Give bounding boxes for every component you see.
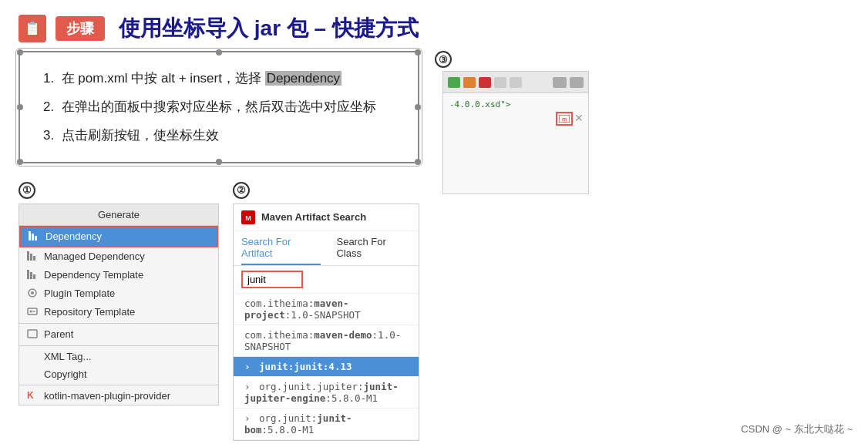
plugin-icon: [27, 288, 39, 300]
menu-item-kotlin[interactable]: K kotlin-maven-plugin-provider: [19, 387, 218, 405]
svg-point-12: [30, 310, 32, 312]
menu-label-copyright: Copyright: [44, 368, 87, 380]
maven-search-input[interactable]: [241, 271, 303, 288]
menu-item-parent[interactable]: Parent: [19, 325, 218, 344]
separator-2: [19, 345, 218, 346]
svg-rect-1: [32, 234, 34, 240]
step-2: 2. 在弹出的面板中搜索对应坐标，然后双击选中对应坐标: [43, 96, 395, 117]
toolbar-btn-2: [510, 77, 522, 88]
steps-box: 1. 在 pom.xml 中按 alt + insert，选择 Dependen…: [19, 51, 419, 163]
menu-item-plugin-template[interactable]: Plugin Template: [19, 284, 218, 303]
screenshot-box: -4.0.0.xsd"> m ✕: [442, 71, 589, 194]
menu-item-dependency-template[interactable]: Dependency Template: [19, 266, 218, 284]
right-panel: ③ -4.0.0.xsd"> m ✕: [435, 51, 589, 433]
kotlin-icon: K: [27, 390, 39, 401]
result-item-2[interactable]: com.itheima:maven-demo:1.0-SNAPSHOT: [234, 325, 419, 357]
separator-1: [19, 323, 218, 324]
maven-panel: M Maven Artifact Search Search For Artif…: [233, 204, 419, 441]
circle-3: ③: [435, 51, 452, 68]
generate-title: Generate: [19, 204, 218, 226]
result-item-4[interactable]: › org.junit.jupiter:junit-jupiter-engine…: [234, 377, 419, 409]
svg-rect-0: [29, 231, 31, 240]
repo-icon: [27, 306, 39, 318]
step-3: 3. 点击刷新按钮，使坐标生效: [43, 125, 395, 146]
red-box-icon: m: [556, 112, 573, 126]
menu-item-dependency[interactable]: Dependency: [19, 226, 218, 247]
menu-label-dependency: Dependency: [45, 230, 102, 242]
expand-arrow-5: ›: [244, 412, 251, 424]
svg-rect-3: [27, 251, 29, 261]
menu-item-managed-dependency[interactable]: Managed Dependency: [19, 247, 218, 266]
expand-arrow-4: ›: [244, 381, 251, 392]
footer-text: CSDN @ ~ 东北大哒花 ~: [741, 423, 853, 435]
tab-search-class[interactable]: Search For Class: [336, 231, 411, 265]
toolbar-btn-red: [479, 77, 491, 88]
menu-label-dependency-template: Dependency Template: [44, 269, 143, 281]
step-highlight: Dependency: [265, 71, 341, 86]
svg-rect-8: [33, 274, 35, 279]
circle-1: ①: [19, 182, 35, 199]
menu-label-managed-dependency: Managed Dependency: [44, 251, 145, 262]
expand-arrow-3: ›: [244, 361, 251, 372]
maven-title: Maven Artifact Search: [261, 211, 366, 223]
svg-rect-4: [30, 254, 32, 261]
circle-2: ②: [233, 182, 250, 199]
generate-panel: Generate Dependency Managed Dependenc: [19, 204, 219, 405]
parent-icon: [27, 328, 39, 341]
result-item-5[interactable]: › org.junit:junit-bom:5.8.0-M1: [234, 409, 419, 440]
left-content: 1. 在 pom.xml 中按 alt + insert，选择 Dependen…: [19, 51, 419, 433]
toolbar-btn-1: [494, 77, 506, 88]
menu-label-kotlin: kotlin-maven-plugin-provider: [44, 390, 170, 402]
bars-icon-dependency: [29, 230, 41, 243]
bottom-row: ① Generate Dependency: [19, 182, 419, 441]
menu-item-repository-template[interactable]: Repository Template: [19, 303, 218, 321]
svg-text:m: m: [562, 116, 567, 122]
svg-rect-5: [33, 256, 35, 261]
panel-2-wrapper: ② M Maven Artifact Search Search For Art…: [233, 182, 419, 441]
step-1: 1. 在 pom.xml 中按 alt + insert，选择 Dependen…: [43, 68, 395, 89]
toolbar-btn-grid: [553, 77, 567, 88]
menu-item-copyright[interactable]: Copyright: [19, 365, 218, 383]
svg-point-10: [31, 291, 34, 294]
header: 📋 步骤 使用坐标导入 jar 包 – 快捷方式: [0, 0, 868, 51]
svg-rect-7: [30, 272, 32, 279]
svg-text:M: M: [245, 214, 251, 222]
close-screenshot-icon[interactable]: ✕: [574, 112, 584, 124]
svg-rect-14: [28, 330, 37, 338]
maven-header: M Maven Artifact Search: [234, 204, 419, 231]
bars-icon-dep-template: [27, 269, 39, 281]
menu-label-repository-template: Repository Template: [44, 306, 135, 318]
result-item-1[interactable]: com.itheima:maven-project:1.0-SNAPSHOT: [234, 294, 419, 325]
header-title: 使用坐标导入 jar 包 – 快捷方式: [119, 14, 419, 43]
toolbar-btn-orange: [463, 77, 476, 88]
panel-1-wrapper: ① Generate Dependency: [19, 182, 219, 441]
header-tag: 步骤: [56, 16, 105, 41]
toolbar-btn-green: [448, 77, 460, 88]
maven-results: com.itheima:maven-project:1.0-SNAPSHOT c…: [234, 294, 419, 440]
svg-rect-6: [27, 270, 29, 279]
result-item-3[interactable]: › junit:junit:4.13: [234, 357, 419, 377]
maven-search-row: [234, 266, 419, 294]
separator-3: [19, 385, 218, 385]
menu-label-xml-tag: XML Tag...: [44, 351, 91, 362]
header-icon: 📋: [19, 15, 46, 42]
menu-label-plugin-template: Plugin Template: [44, 288, 115, 299]
maven-tabs: Search For Artifact Search For Class: [234, 231, 419, 266]
code-text: -4.0.0.xsd">: [449, 99, 510, 109]
footer: CSDN @ ~ 东北大哒花 ~: [741, 422, 853, 436]
svg-rect-2: [35, 236, 37, 240]
tab-search-artifact[interactable]: Search For Artifact: [241, 231, 321, 265]
menu-item-xml-tag[interactable]: XML Tag...: [19, 348, 218, 365]
main-content: 1. 在 pom.xml 中按 alt + insert，选择 Dependen…: [0, 51, 868, 433]
menu-label-parent: Parent: [44, 328, 73, 340]
bars-icon-managed: [27, 251, 39, 263]
maven-icon: M: [241, 210, 255, 224]
toolbar-btn-rect: [570, 77, 584, 88]
screenshot-toolbar: [443, 72, 588, 93]
